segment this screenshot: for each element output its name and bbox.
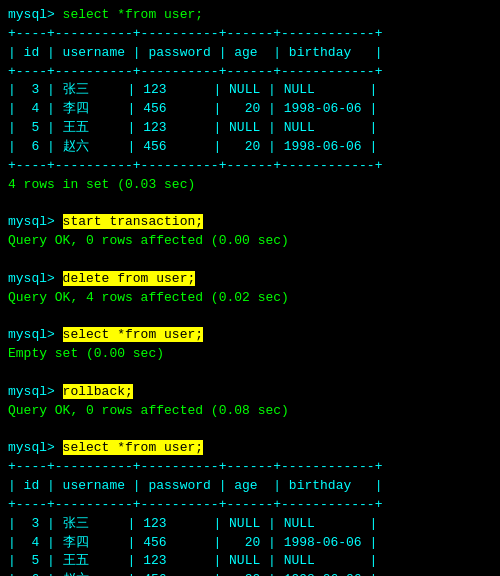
prompt-q3: mysql> <box>8 271 63 286</box>
prompt-q6: mysql> <box>8 440 63 455</box>
table-row-1-1: | 3 | 张三 | 123 | NULL | NULL | <box>8 82 377 97</box>
table-separator-top-1: +----+----------+----------+------+-----… <box>8 26 382 41</box>
table-separator-bot-1: +----+----------+----------+------+-----… <box>8 158 382 173</box>
prompt-q1: mysql> <box>8 7 63 22</box>
command-q1: select *from user; <box>63 7 203 22</box>
result-q1: 4 rows in set (0.03 sec) <box>8 177 195 192</box>
command-q2-highlight: start transaction; <box>63 214 203 229</box>
prompt-q5: mysql> <box>8 384 63 399</box>
table-row-2-3: | 5 | 王五 | 123 | NULL | NULL | <box>8 553 377 568</box>
result-q3: Query OK, 4 rows affected (0.02 sec) <box>8 290 289 305</box>
result-q5: Query OK, 0 rows affected (0.08 sec) <box>8 403 289 418</box>
table-header-1: | id | username | password | age | birth… <box>8 45 382 60</box>
prompt-q4: mysql> <box>8 327 63 342</box>
terminal-output: mysql> select *from user; +----+--------… <box>8 6 492 576</box>
table-row-2-2: | 4 | 李四 | 456 | 20 | 1998-06-06 | <box>8 535 377 550</box>
command-q3-highlight: delete from user; <box>63 271 196 286</box>
result-q4: Empty set (0.00 sec) <box>8 346 164 361</box>
table-separator-mid-1: +----+----------+----------+------+-----… <box>8 64 382 79</box>
table-row-1-3: | 5 | 王五 | 123 | NULL | NULL | <box>8 120 377 135</box>
table-separator-mid-2: +----+----------+----------+------+-----… <box>8 497 382 512</box>
command-q4-highlight: select *from user; <box>63 327 203 342</box>
command-q5-highlight: rollback; <box>63 384 133 399</box>
table-separator-top-2: +----+----------+----------+------+-----… <box>8 459 382 474</box>
result-q2: Query OK, 0 rows affected (0.00 sec) <box>8 233 289 248</box>
table-row-2-4: | 6 | 赵六 | 456 | 20 | 1998-06-06 | <box>8 572 377 576</box>
table-row-1-2: | 4 | 李四 | 456 | 20 | 1998-06-06 | <box>8 101 377 116</box>
prompt-q2: mysql> <box>8 214 63 229</box>
command-q6-highlight: select *from user; <box>63 440 203 455</box>
table-header-2: | id | username | password | age | birth… <box>8 478 382 493</box>
table-row-2-1: | 3 | 张三 | 123 | NULL | NULL | <box>8 516 377 531</box>
table-row-1-4: | 6 | 赵六 | 456 | 20 | 1998-06-06 | <box>8 139 377 154</box>
